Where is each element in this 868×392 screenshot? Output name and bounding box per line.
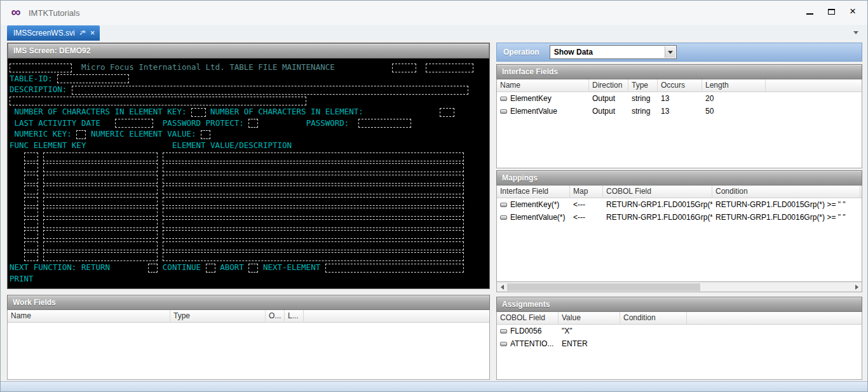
screen-field[interactable] (43, 152, 158, 161)
table-row[interactable]: ATTENTIO...ENTER (497, 337, 862, 350)
column-header[interactable]: Condition (712, 186, 860, 198)
screen-field[interactable] (43, 241, 158, 250)
tab-list-dropdown-icon[interactable] (853, 31, 858, 34)
tab-imsscreenws[interactable]: IMSScreenWS.svi × (7, 25, 100, 41)
screen-field[interactable] (24, 219, 39, 228)
screen-field[interactable] (57, 74, 129, 83)
screen-field[interactable] (43, 163, 158, 172)
screen-field[interactable] (163, 186, 464, 194)
column-header[interactable]: Interface Field (497, 186, 570, 198)
screen-field[interactable] (392, 64, 416, 72)
screen-field[interactable] (163, 252, 464, 261)
operation-select[interactable]: Show Data (550, 45, 677, 59)
screen-field[interactable] (24, 252, 39, 261)
screen-field[interactable] (24, 186, 39, 194)
screen-field[interactable] (24, 241, 39, 250)
screen-field[interactable] (358, 119, 411, 128)
screen-field[interactable] (191, 108, 206, 117)
screen-field[interactable] (115, 119, 153, 128)
minimize-button[interactable] (799, 3, 820, 20)
screen-field[interactable] (10, 97, 306, 105)
combo-dropdown-button[interactable] (665, 46, 675, 58)
table-row[interactable]: ElementKey(*)<---RETURN-GRP1.FLD0015Grp(… (497, 198, 862, 211)
screen-field[interactable] (163, 152, 464, 161)
screen-gap (153, 118, 163, 128)
screen-gap (158, 252, 163, 261)
scrollbar-thumb[interactable] (507, 283, 700, 291)
screen-gap (38, 240, 43, 250)
screen-field[interactable] (325, 264, 464, 273)
screen-field[interactable] (163, 197, 464, 206)
cell: <--- (570, 198, 603, 211)
screen-field[interactable] (163, 208, 464, 217)
ims-screen-header: IMS Screen: DEMO92 (8, 43, 489, 58)
screen-field[interactable] (24, 230, 39, 239)
screen-field[interactable] (201, 130, 210, 139)
screen-field[interactable] (43, 186, 158, 194)
screen-field[interactable] (148, 264, 158, 273)
screen-field[interactable] (24, 208, 39, 217)
screen-field[interactable] (43, 252, 158, 261)
table-row[interactable]: ElementValueOutputstring1350 (497, 105, 862, 118)
screen-field[interactable] (248, 119, 258, 128)
column-header[interactable]: O... (266, 310, 285, 323)
screen-field[interactable] (163, 175, 464, 184)
cell: Output (589, 92, 628, 105)
scroll-right-button[interactable] (851, 283, 862, 292)
screen-field[interactable] (72, 86, 469, 95)
screen-field[interactable] (163, 241, 464, 250)
screen-field[interactable] (206, 264, 215, 273)
operation-selected-value: Show Data (550, 48, 593, 57)
screen-field[interactable] (248, 264, 258, 273)
screen-field[interactable] (24, 163, 39, 172)
screen-field[interactable] (43, 219, 158, 228)
column-header[interactable]: Condition (620, 312, 687, 325)
screen-gap (10, 151, 24, 161)
column-header[interactable]: Direction (589, 79, 628, 92)
mappings-hscrollbar[interactable] (496, 282, 862, 292)
column-header[interactable]: Name (497, 79, 589, 92)
table-row[interactable]: ElementValue(*)<---RETURN-GRP1.FLD0016Gr… (497, 211, 862, 224)
screen-field[interactable] (163, 163, 464, 172)
screen-field[interactable] (426, 64, 473, 72)
screen-field[interactable] (43, 197, 158, 206)
column-header[interactable]: Name (8, 310, 170, 323)
column-header[interactable]: Occurs (658, 79, 702, 92)
chevron-down-icon (668, 51, 673, 54)
screen-field[interactable] (43, 175, 158, 184)
column-header[interactable]: COBOL Field (603, 186, 712, 198)
screen-field[interactable] (43, 230, 158, 239)
maximize-button[interactable] (820, 3, 842, 20)
column-header[interactable]: L... (285, 310, 304, 323)
screen-field[interactable] (24, 175, 39, 184)
screen-gap (105, 118, 115, 128)
screen-field[interactable] (163, 230, 464, 239)
ims-screen-panel: IMS Screen: DEMO92 Micro Focus Internati… (7, 43, 490, 289)
screen-gap (10, 173, 24, 183)
column-header[interactable]: Type (628, 79, 658, 92)
column-header[interactable]: Value (559, 312, 620, 325)
screen-gap (110, 262, 148, 272)
table-row[interactable]: FLD0056"X" (497, 325, 862, 337)
close-button[interactable]: × (842, 3, 864, 20)
scroll-left-button[interactable] (497, 283, 507, 292)
column-header[interactable]: COBOL Field (497, 312, 559, 325)
column-header[interactable]: Type (170, 310, 266, 323)
column-header[interactable]: Length (702, 79, 766, 92)
right-column: Operation Show Data Interface Fields Nam… (496, 41, 862, 382)
screen-field[interactable] (24, 152, 39, 161)
column-header[interactable]: Map (570, 186, 603, 198)
tab-close-icon[interactable]: × (90, 29, 95, 37)
cell: RETURN-GRP1.FLD0015Grp(*) (603, 198, 712, 211)
screen-field[interactable] (24, 197, 39, 206)
screen-field[interactable] (10, 64, 72, 72)
screen-field[interactable] (76, 130, 86, 139)
screen-text: CONTINUE (163, 262, 206, 272)
screen-field[interactable] (163, 219, 464, 228)
screen-field[interactable] (43, 208, 158, 217)
pin-icon[interactable] (79, 30, 86, 36)
table-row[interactable]: ElementKeyOutputstring1320 (497, 92, 862, 105)
screen-field[interactable] (440, 108, 454, 117)
column-header-filler (687, 312, 862, 325)
ims-terminal[interactable]: Micro Focus International Ltd. TABLE FIL… (8, 58, 489, 288)
